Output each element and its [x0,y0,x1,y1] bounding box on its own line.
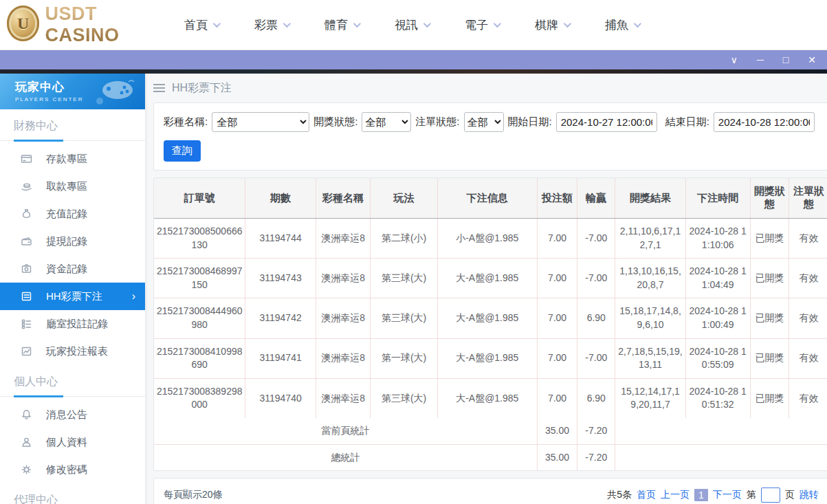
checklist-icon [21,318,32,329]
table-cell: 2024-10-28 11:04:49 [685,259,750,298]
start-date-input[interactable] [556,112,657,132]
page-title: HH彩票下注 [172,81,232,96]
sidebar-item-deposit[interactable]: 存款專區 [0,145,145,173]
sidebar-item-room-bet-record[interactable]: 廳室投註記錄 [0,310,145,338]
sidebar-item-announcements[interactable]: 消息公告 [0,401,145,428]
nav-item-fishing[interactable]: 捕魚 [605,17,639,33]
table-cell: 31194743 [245,259,316,298]
nav-item-sports[interactable]: 體育 [324,17,359,33]
table-cell: 1,13,10,16,15,20,8,7 [615,259,685,298]
main-content: HH彩票下注 彩種名稱: 全部 開獎狀態: 全部 注單狀態: 全部 開始日期: … [145,74,827,504]
sidebar-item-player-bet-report[interactable]: 玩家投注報表 [0,338,145,365]
prev-page-link[interactable]: 上一页 [661,489,690,501]
window-collapse-icon[interactable]: ∨ [731,50,738,69]
table-cell: 7.00 [537,259,577,298]
table-cell: 2024-10-28 10:51:32 [685,378,750,418]
site-header: U USDT CASINO 首頁 彩票 體育 視訊 電子 棋牌 捕魚 [0,0,827,50]
column-header: 玩法 [371,178,437,219]
end-date-label: 結束日期: [665,116,709,129]
table-cell: 第三球(大) [371,298,437,338]
breadcrumb: HH彩票下注 [153,74,827,102]
site-logo[interactable]: U USDT CASINO [7,3,165,46]
sidebar-item-hh-lottery-bets[interactable]: HH彩票下注 › [0,283,145,310]
chevron-down-icon [423,20,431,28]
end-date-input[interactable] [714,112,815,132]
first-page-link[interactable]: 首页 [637,489,656,501]
column-header: 訂單號 [154,178,245,219]
table-cell: 有效 [789,378,827,418]
summary-win-loss: -7.20 [577,444,615,470]
total-count-text: 共5条 [607,489,632,501]
pagination-panel: 每頁顯示20條 共5条 首页 上一页 1 下一页 第 页 跳转 [153,478,827,504]
maximize-button[interactable]: □ [783,50,789,69]
jump-button[interactable]: 跳转 [800,489,819,501]
table-cell: 澳洲幸运8 [316,338,371,378]
sidebar-section-personal[interactable]: 個人中心 [0,365,145,395]
nav-item-slots[interactable]: 電子 [465,17,499,33]
minimize-button[interactable]: ─ [757,50,764,69]
table-cell: 6.90 [577,298,615,338]
draw-status-select[interactable]: 全部 [362,112,411,132]
jump-suffix-text: 页 [785,489,795,501]
column-header: 注單狀態 [789,178,827,219]
table-cell: 15,18,17,14,8,9,6,10 [615,298,685,338]
start-date-label: 開始日期: [508,116,552,129]
table-cell: 大-A盤@1.985 [437,378,537,418]
table-cell: 7.00 [537,378,577,418]
close-button[interactable]: ✕ [808,50,816,69]
jump-prefix-text: 第 [747,489,756,501]
sidebar-item-withdraw[interactable]: 取款專區 [0,173,145,200]
sidebar-item-profile[interactable]: 個人資料 [0,428,145,456]
section-divider [0,139,145,141]
sidebar-item-label: 消息公告 [46,408,87,421]
sidebar-item-label: 提現記錄 [46,235,87,248]
logo-letter: U [17,14,29,33]
lottery-name-select[interactable]: 全部 [212,112,309,132]
filter-panel: 彩種名稱: 全部 開獎狀態: 全部 注單狀態: 全部 開始日期: 結束日期: 查… [153,102,827,171]
chevron-down-icon [283,20,291,28]
nav-label: 捕魚 [605,17,628,33]
sidebar-item-recharge-record[interactable]: 充值記錄 [0,200,145,228]
table-cell: 31194744 [245,219,316,259]
table-cell: 有效 [789,298,827,338]
money-bag-icon [21,208,32,219]
table-cell: 2024-10-28 10:55:09 [685,338,750,378]
sidebar-item-label: 修改密碼 [46,463,87,476]
nav-item-home[interactable]: 首頁 [184,17,219,33]
summary-bet-total: 35.00 [537,444,577,470]
summary-empty [615,418,827,444]
sidebar-header: 玩家中心 PLAYERS CENTER [0,74,145,109]
chevron-right-icon: › [132,290,135,303]
nav-item-board-games[interactable]: 棋牌 [535,17,569,33]
table-cell: 7.00 [537,338,577,378]
sidebar-item-label: 廳室投註記錄 [46,318,108,331]
menu-icon[interactable] [153,84,165,92]
table-row: 215217300850066613031194744澳洲幸运8第二球(小)小-… [154,219,827,259]
table-cell: 大-A盤@1.985 [437,298,537,338]
nav-item-lottery[interactable]: 彩票 [254,17,289,33]
sidebar: 玩家中心 PLAYERS CENTER 財務中心 存款專區 取款專區 充值記錄 … [0,74,145,504]
table-cell: 澳洲幸运8 [316,298,371,338]
sidebar-item-funds-record[interactable]: 資金記錄 [0,255,145,283]
table-cell: 第三球(大) [371,259,437,298]
logo-text: USDT CASINO [45,3,165,46]
search-button[interactable]: 查詢 [164,140,201,162]
chevron-down-icon [353,20,361,28]
nav-item-live-video[interactable]: 視訊 [395,17,429,33]
section-divider [0,395,145,397]
table-cell: 第二球(小) [371,219,437,259]
sidebar-section-agent[interactable]: 代理中心 [0,483,145,504]
sidebar-item-change-password[interactable]: 修改密碼 [0,456,145,483]
table-cell: 31194741 [245,338,316,378]
current-page-badge[interactable]: 1 [694,489,708,501]
sidebar-section-finance[interactable]: 財務中心 [0,109,145,139]
chevron-down-icon [634,20,641,28]
table-cell: 有效 [789,219,827,259]
column-header: 彩種名稱 [316,178,371,219]
next-page-link[interactable]: 下一页 [713,489,742,501]
nav-label: 視訊 [395,17,418,33]
sidebar-item-withdrawal-record[interactable]: 提現記錄 [0,228,145,255]
order-status-select[interactable]: 全部 [464,112,504,132]
page-jump-input[interactable] [761,487,780,503]
nav-label: 體育 [324,17,348,33]
